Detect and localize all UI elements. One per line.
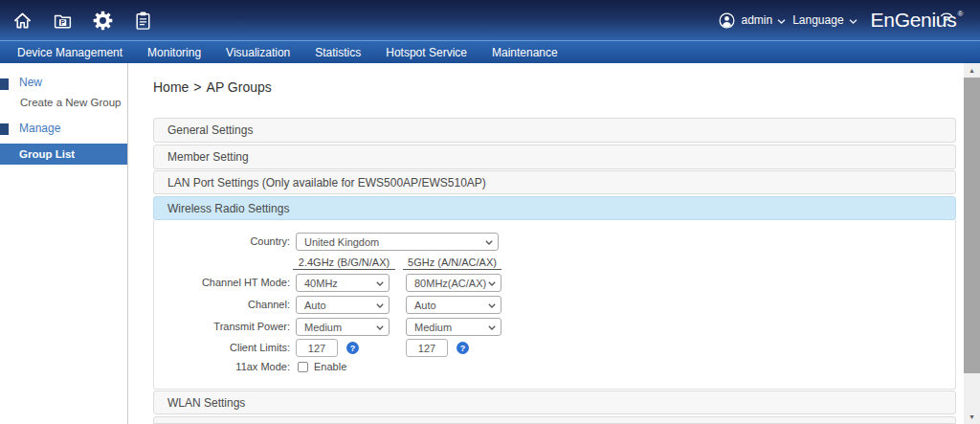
panel-wlan-settings[interactable]: WLAN Settings xyxy=(153,391,956,414)
band-24ghz-column-header: 2.4GHz (B/G/N/AX) xyxy=(293,255,395,270)
channel-24ghz-value: Auto xyxy=(304,300,326,311)
sidebar-item-create-a-new-group[interactable]: Create a New Group xyxy=(20,96,121,109)
11ax-enable-checkbox-label[interactable]: Enable xyxy=(314,360,346,373)
language-menu-chevron-down-icon[interactable] xyxy=(849,19,858,24)
section-bullet-icon xyxy=(0,123,9,135)
country-select-value: United Kingdom xyxy=(304,236,379,248)
panel-member-setting[interactable]: Member Setting xyxy=(153,145,956,169)
band-5ghz-column-header: 5GHz (A/N/AC/AX) xyxy=(403,255,501,270)
sidebar: New Create a New Group Manage Group List xyxy=(0,63,128,424)
transmit-power-label: Transmit Power: xyxy=(154,318,290,336)
breadcrumb-separator: > xyxy=(193,79,201,95)
chevron-down-icon xyxy=(376,303,384,308)
gear-icon[interactable] xyxy=(92,10,113,31)
channel-ht-mode-24ghz-select[interactable]: 40MHz xyxy=(296,274,390,292)
transmit-power-24ghz-value: Medium xyxy=(304,322,342,333)
11ax-enable-checkbox[interactable] xyxy=(298,362,308,372)
11ax-mode-label: 11ax Mode: xyxy=(154,360,290,373)
channel-5ghz-select[interactable]: Auto xyxy=(406,296,501,314)
scrollbar-up-arrow-icon[interactable]: ▲ xyxy=(964,63,980,78)
section-bullet-icon xyxy=(0,78,9,90)
help-icon[interactable]: ? xyxy=(346,342,359,354)
wifi-waves-icon xyxy=(938,3,955,26)
chevron-down-icon xyxy=(376,281,384,286)
panel-lan-port-settings[interactable]: LAN Port Settings (Only available for EW… xyxy=(153,170,956,194)
nav-item-visualization[interactable]: Visualization xyxy=(213,41,302,63)
channel-ht-mode-24ghz-value: 40MHz xyxy=(304,278,338,289)
client-limits-5ghz-input[interactable] xyxy=(406,339,448,357)
language-menu-label[interactable]: Language xyxy=(792,13,843,27)
nav-item-hotspot-service[interactable]: Hotspot Service xyxy=(373,41,479,63)
chevron-down-icon xyxy=(488,281,496,286)
channel-ht-mode-5ghz-value: 80MHz(AC/AX) xyxy=(414,278,486,289)
engenius-logo: EnGenius® xyxy=(871,9,969,32)
transmit-power-5ghz-value: Medium xyxy=(414,322,452,333)
nav-item-maintenance[interactable]: Maintenance xyxy=(479,41,570,63)
breadcrumb: Home>AP Groups xyxy=(153,79,272,95)
home-icon[interactable] xyxy=(11,10,33,31)
client-limits-label: Client Limits: xyxy=(154,339,290,357)
vertical-scrollbar[interactable]: ▲ ▼ xyxy=(964,63,980,424)
svg-text:P: P xyxy=(60,18,65,25)
channel-ht-mode-label: Channel HT Mode: xyxy=(154,274,290,292)
channel-label: Channel: xyxy=(154,296,290,314)
scrollbar-down-arrow-icon[interactable]: ▼ xyxy=(964,410,980,424)
nav-item-statistics[interactable]: Statistics xyxy=(302,41,373,63)
chevron-down-icon xyxy=(488,303,496,308)
user-account-icon[interactable] xyxy=(719,12,735,29)
sidebar-section-manage: Manage xyxy=(19,122,60,135)
breadcrumb-home-link[interactable]: Home xyxy=(153,79,189,95)
channel-5ghz-value: Auto xyxy=(414,300,436,311)
transmit-power-24ghz-select[interactable]: Medium xyxy=(296,318,390,336)
topbar-icon-group: P xyxy=(11,0,153,40)
client-limits-24ghz-input[interactable] xyxy=(296,339,338,357)
app-window: P xyxy=(0,0,980,424)
wireless-radio-settings-body: Country: United Kingdom 2.4GHz (B/G/N/AX… xyxy=(153,220,956,390)
folder-p-icon[interactable]: P xyxy=(52,10,73,31)
panel-partial-next[interactable] xyxy=(153,416,956,424)
user-menu-chevron-down-icon[interactable] xyxy=(777,19,786,24)
panel-general-settings[interactable]: General Settings xyxy=(153,118,956,143)
nav-item-monitoring[interactable]: Monitoring xyxy=(135,41,213,63)
nav-item-device-management[interactable]: Device Management xyxy=(5,41,135,63)
country-label: Country: xyxy=(154,233,290,251)
chevron-down-icon xyxy=(488,325,496,330)
scrollbar-thumb[interactable] xyxy=(964,78,980,373)
registered-trademark-symbol: ® xyxy=(957,10,963,18)
transmit-power-5ghz-select[interactable]: Medium xyxy=(406,318,501,336)
sidebar-section-new: New xyxy=(19,76,42,89)
topbar-user-area: admin Language EnGenius® xyxy=(719,0,969,40)
chevron-down-icon xyxy=(376,325,384,330)
channel-24ghz-select[interactable]: Auto xyxy=(296,296,390,314)
main-nav-bar: Device Management Monitoring Visualizati… xyxy=(0,40,980,63)
sidebar-item-group-list[interactable]: Group List xyxy=(0,144,127,165)
clipboard-icon[interactable] xyxy=(132,10,153,31)
user-name-label[interactable]: admin xyxy=(741,13,772,27)
breadcrumb-current-page: AP Groups xyxy=(207,79,272,95)
chevron-down-icon xyxy=(485,240,493,245)
channel-ht-mode-5ghz-select[interactable]: 80MHz(AC/AX) xyxy=(406,274,501,292)
top-title-bar: P xyxy=(0,0,980,40)
country-select[interactable]: United Kingdom xyxy=(296,233,499,251)
panel-wireless-radio-settings[interactable]: Wireless Radio Settings xyxy=(153,196,956,220)
help-icon[interactable]: ? xyxy=(457,342,469,354)
